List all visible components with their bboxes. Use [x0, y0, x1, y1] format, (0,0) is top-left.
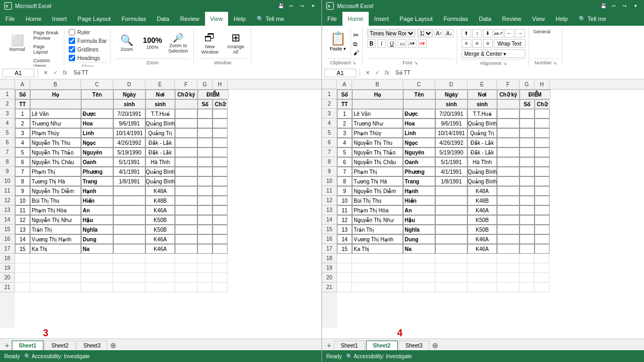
zoom-100-btn[interactable]: 100% 100% — [141, 29, 164, 57]
tab-tellme-right[interactable]: 🔍 Tell me — [573, 12, 612, 26]
cell[interactable]: Ngọc — [81, 138, 113, 147]
cell[interactable] — [197, 186, 213, 196]
formula-bar-check[interactable] — [69, 38, 75, 44]
cell[interactable]: Nguyễn Thị Như — [352, 215, 403, 225]
col-header-a-right[interactable]: A — [337, 79, 352, 89]
cell[interactable]: 1/8/1991 — [435, 176, 467, 186]
cell[interactable]: 5/1/1991 — [113, 157, 145, 167]
row-header-16[interactable]: 16 — [0, 234, 15, 244]
cell[interactable]: Số — [15, 90, 30, 99]
cell[interactable] — [337, 254, 352, 263]
cell[interactable] — [497, 119, 519, 128]
cell[interactable] — [213, 225, 228, 234]
cell[interactable] — [113, 263, 145, 273]
zoom-to-selection-btn[interactable]: 🔎 Zoom toSelection — [166, 29, 190, 57]
row-header-13[interactable]: 13 — [0, 205, 15, 215]
cell[interactable]: 5/1/1991 — [435, 157, 467, 167]
font-size-select[interactable]: 12 — [417, 29, 433, 38]
cell[interactable] — [175, 263, 197, 273]
cell[interactable]: K48A — [145, 186, 175, 196]
row-header-1[interactable]: 1 — [322, 90, 337, 99]
cell[interactable] — [175, 234, 197, 244]
cell[interactable]: Phạm Thị Hòa — [30, 205, 81, 215]
cell[interactable] — [519, 254, 535, 263]
gridlines-check[interactable] — [69, 46, 75, 53]
underline-btn[interactable]: U — [387, 39, 396, 48]
cell[interactable]: 5 — [15, 147, 30, 157]
cell[interactable]: Tương Thị Hà — [30, 176, 81, 186]
cell[interactable] — [535, 205, 550, 215]
cell[interactable]: 2 — [337, 119, 352, 128]
cell[interactable]: Na — [403, 244, 435, 254]
wrap-text-btn[interactable]: Wrap Text — [494, 39, 525, 48]
row-header-14[interactable]: 14 — [0, 215, 15, 225]
cell[interactable]: Đắk - Lắk — [145, 147, 175, 157]
cell[interactable] — [145, 263, 175, 273]
cell[interactable]: Linh — [81, 128, 113, 138]
italic-btn[interactable]: I — [377, 39, 386, 48]
row-header-7[interactable]: 7 — [322, 147, 337, 157]
cell[interactable]: sinh — [435, 99, 467, 109]
align-left-btn[interactable]: ≡ — [462, 39, 471, 48]
cell[interactable]: Tên — [403, 90, 435, 99]
cell[interactable]: Phạm Thị Hòa — [352, 205, 403, 215]
cell[interactable]: 13 — [337, 225, 352, 234]
redo-icon[interactable]: ↪ — [298, 2, 306, 10]
cut-btn[interactable]: ✂ — [353, 31, 359, 39]
cell[interactable] — [213, 138, 228, 147]
cell[interactable]: Hoa — [81, 119, 113, 128]
row-header-9[interactable]: 9 — [322, 167, 337, 176]
cell[interactable] — [435, 254, 467, 263]
gridlines-checkbox[interactable]: Gridlines — [69, 46, 107, 53]
cell[interactable] — [213, 234, 228, 244]
cell[interactable]: 3 — [15, 128, 30, 138]
row-header-6[interactable]: 6 — [0, 138, 15, 147]
cell[interactable] — [175, 109, 197, 119]
cell[interactable]: Quảng Bình — [467, 167, 497, 176]
cell[interactable]: Bùi Thị Thu — [352, 196, 403, 205]
cell[interactable]: Chữ — [535, 99, 550, 109]
row-header-15[interactable]: 15 — [322, 225, 337, 234]
cell[interactable]: K46A — [467, 234, 497, 244]
cell[interactable] — [81, 283, 113, 292]
cell[interactable] — [113, 244, 145, 254]
row-header-4[interactable]: 4 — [0, 119, 15, 128]
cell[interactable] — [213, 119, 228, 128]
cell[interactable] — [435, 215, 467, 225]
tab-pagelayout-right[interactable]: Page Layout — [394, 12, 438, 26]
row-header-12[interactable]: 12 — [322, 196, 337, 205]
row-header-3[interactable]: 3 — [0, 109, 15, 119]
cell[interactable]: Phạm Thùy — [352, 128, 403, 138]
col-header-h-right[interactable]: H — [535, 79, 550, 89]
sheet-tab-sheet3-left[interactable]: Sheet3 — [77, 341, 108, 350]
undo-icon[interactable]: ↩ — [287, 2, 296, 10]
tab-insert-right[interactable]: Insert — [369, 12, 394, 26]
tab-view-left[interactable]: View — [205, 12, 229, 26]
cell[interactable] — [175, 138, 197, 147]
cell[interactable] — [535, 157, 550, 167]
cell[interactable]: K50B — [145, 225, 175, 234]
row-header-10[interactable]: 10 — [0, 176, 15, 186]
cell[interactable] — [519, 263, 535, 273]
cell[interactable] — [175, 273, 197, 283]
cell[interactable]: Trang — [403, 176, 435, 186]
new-window-btn[interactable]: 🗗 NewWindow — [198, 29, 222, 57]
cell[interactable] — [15, 283, 30, 292]
cell-ref-right[interactable] — [324, 69, 356, 77]
cell[interactable]: 5 — [337, 147, 352, 157]
cell[interactable] — [519, 138, 535, 147]
cell[interactable] — [435, 273, 467, 283]
cell[interactable] — [497, 283, 519, 292]
cell[interactable] — [175, 225, 197, 234]
cell-ref-left[interactable] — [2, 69, 34, 77]
cell[interactable]: 9 — [15, 186, 30, 196]
cell[interactable] — [30, 263, 81, 273]
tab-file-left[interactable]: File — [0, 12, 20, 26]
save-icon[interactable]: 💾 — [276, 2, 285, 10]
cell[interactable] — [213, 205, 228, 215]
row-header-20[interactable]: 20 — [322, 273, 337, 283]
page-layout-btn[interactable]: PageLayout — [31, 43, 61, 56]
cell[interactable] — [213, 128, 228, 138]
cell[interactable]: Hiền — [403, 196, 435, 205]
cell[interactable]: 5/19/1990 — [113, 147, 145, 157]
